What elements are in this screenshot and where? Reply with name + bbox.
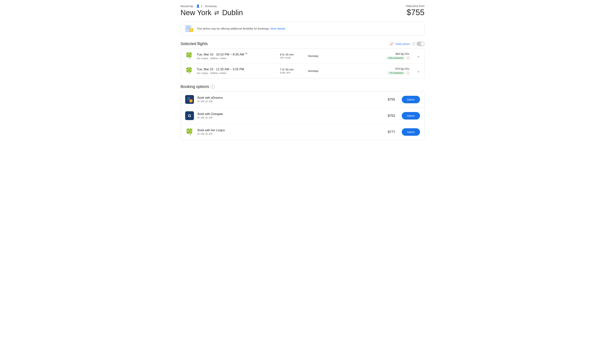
outbound-expand-icon[interactable]: ⌄ [417, 54, 420, 58]
return-emissions-info-icon: i [407, 72, 410, 74]
svg-rect-1 [186, 27, 190, 27]
header-right: Total price from $755 [406, 4, 425, 17]
aerlingus-flights: EI 106, EI 105 [198, 132, 384, 135]
booking-options-section: Booking options i Book with eDreams EI 1… [181, 84, 425, 140]
route-arrow-icon: ⇄ [214, 9, 219, 16]
airline-logo-outbound: 🍀 [185, 52, 192, 60]
edreams-select-button[interactable]: Select [402, 96, 420, 103]
edreams-price: $755 [388, 98, 395, 102]
trip-type-label: Round trip [181, 5, 193, 8]
return-stops: Nonstop [308, 69, 326, 72]
edreams-info: Book with eDreams EI 106, EI 105 [198, 96, 384, 103]
list-item: Book with eDreams EI 106, EI 105 $755 Se… [181, 91, 424, 108]
aerlingus-shamrock-icon: 🍀 [185, 128, 194, 136]
return-depart: 11:35 AM [216, 67, 229, 71]
edreams-name: Book with eDreams [198, 96, 384, 99]
edreams-logo-inner [185, 95, 194, 104]
return-arrive: 3:25 PM [232, 67, 244, 71]
dot2: · [203, 5, 204, 8]
edreams-logo [185, 95, 194, 104]
outbound-emissions-badge: -18% emissions [386, 56, 405, 60]
gotogate-name: Book with Gotogate [198, 112, 384, 116]
header-left: Round trip · 👤 1 · Economy New York ⇄ Du… [181, 4, 243, 17]
origin-city: New York [181, 9, 212, 17]
outbound-duration: 6 hr 25 min JFK–DUB [280, 53, 304, 59]
aer-lingus-shamrock-icon-2: 🍀 [185, 67, 193, 74]
return-date: Tue, Mar 22 [197, 67, 214, 71]
cabin-class: Economy [205, 5, 217, 8]
gotogate-logo: G [185, 111, 194, 120]
airline-logo-return: 🍀 [185, 67, 192, 75]
gotogate-select-button[interactable]: Select [402, 112, 420, 119]
return-airline: Aer Lingus · JetBlue, United [197, 72, 276, 74]
banner-text: This airline may be offering additional … [197, 27, 285, 30]
track-prices-toggle[interactable] [417, 42, 425, 46]
flight-times-outbound: Tue, Mar 15 · 10:10 PM – 8:35 AM +1 [197, 52, 276, 56]
table-row: 🍀 Tue, Mar 22 · 11:35 AM – 3:25 PM Aer L… [181, 64, 424, 78]
list-item: G Book with Gotogate EI 106, EI 105 $763… [181, 108, 424, 124]
return-emissions: 570 kg CO₂ -7% emissions i [331, 67, 410, 75]
selected-flights-title: Selected flights [181, 41, 208, 46]
total-price-value: $755 [406, 8, 425, 17]
flight-main-outbound: Tue, Mar 15 · 10:10 PM – 8:35 AM +1 Aer … [197, 52, 276, 60]
person-icon: 👤 [196, 4, 200, 8]
svg-rect-9 [189, 99, 192, 102]
dot1: · [194, 5, 195, 8]
svg-rect-2 [186, 28, 189, 28]
more-details-link[interactable]: More details [270, 27, 285, 30]
return-emissions-badge: -7% emissions [387, 71, 405, 75]
route-title: New York ⇄ Dublin [181, 9, 243, 17]
booking-options-header: Booking options i [181, 84, 425, 89]
outbound-depart: 10:10 PM [216, 53, 229, 56]
flexibility-icon [185, 25, 194, 32]
track-prices-icon: 📈 [390, 42, 393, 46]
return-duration: 7 hr 50 min DUB–JFK [280, 68, 304, 74]
svg-rect-6 [190, 30, 192, 30]
outbound-airline: Aer Lingus · JetBlue, United [197, 57, 276, 60]
page-header: Round trip · 👤 1 · Economy New York ⇄ Du… [181, 4, 425, 17]
total-price-label: Total price from [406, 4, 425, 7]
track-prices-control[interactable]: 📈 Track prices i [390, 42, 424, 46]
outbound-emissions-info-icon: i [407, 57, 410, 59]
edreams-logo-svg [186, 96, 193, 103]
outbound-date: Tue, Mar 15 [197, 53, 214, 56]
aerlingus-select-button[interactable]: Select [402, 128, 420, 136]
gotogate-info: Book with Gotogate EI 106, EI 105 [198, 112, 384, 119]
trip-meta: Round trip · 👤 1 · Economy [181, 4, 243, 8]
track-prices-label: Track prices [395, 42, 410, 45]
selected-flights-card: 🍀 Tue, Mar 15 · 10:10 PM – 8:35 AM +1 Ae… [181, 48, 425, 78]
gotogate-price: $763 [388, 114, 395, 118]
svg-rect-5 [190, 29, 192, 29]
booking-options-card: Book with eDreams EI 106, EI 105 $755 Se… [181, 91, 425, 140]
list-item: 🍀 Book with Aer Lingus EI 106, EI 105 $7… [181, 124, 424, 140]
outbound-emissions: 464 kg CO₂ -18% emissions i [331, 52, 410, 60]
svg-text:G: G [188, 114, 191, 118]
flexibility-banner: This airline may be offering additional … [181, 21, 425, 36]
edreams-flights: EI 106, EI 105 [198, 100, 384, 103]
flight-times-return: Tue, Mar 22 · 11:35 AM – 3:25 PM [197, 67, 276, 71]
table-row: 🍀 Tue, Mar 15 · 10:10 PM – 8:35 AM +1 Ae… [181, 49, 424, 64]
aer-lingus-shamrock-icon: 🍀 [185, 52, 193, 59]
destination-city: Dublin [222, 9, 243, 17]
aerlingus-info: Book with Aer Lingus EI 106, EI 105 [198, 129, 384, 135]
track-prices-info-icon: i [412, 42, 415, 45]
gotogate-logo-svg: G [186, 112, 193, 119]
booking-options-title: Booking options [181, 84, 209, 89]
svg-rect-3 [186, 29, 189, 29]
aerlingus-name: Book with Aer Lingus [198, 129, 384, 132]
outbound-arrive: 8:35 AM [233, 53, 244, 56]
gotogate-flights: EI 106, EI 105 [198, 116, 384, 119]
booking-options-info-icon: i [211, 85, 215, 89]
aerlingus-logo: 🍀 [185, 128, 194, 136]
aerlingus-price: $777 [388, 130, 395, 134]
flight-main-return: Tue, Mar 22 · 11:35 AM – 3:25 PM Aer Lin… [197, 67, 276, 74]
outbound-day-offset: +1 [245, 52, 248, 55]
passenger-count: 1 [201, 5, 202, 8]
outbound-stops: Nonstop [308, 54, 326, 57]
selected-flights-header: Selected flights 📈 Track prices i [181, 41, 425, 46]
return-expand-icon[interactable]: ⌄ [417, 69, 420, 73]
